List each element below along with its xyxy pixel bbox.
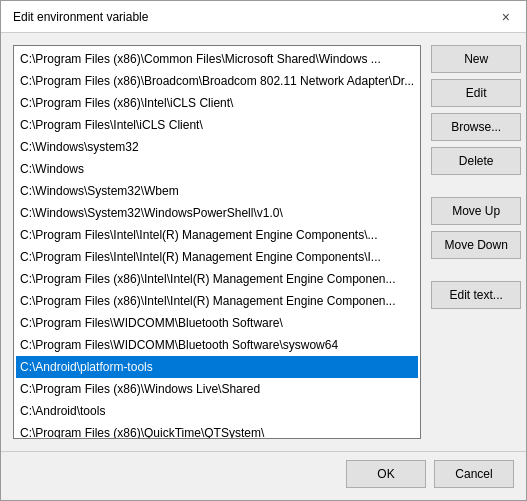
list-item[interactable]: C:\Android\platform-tools bbox=[16, 356, 418, 378]
list-item[interactable]: C:\Program Files\Intel\Intel(R) Manageme… bbox=[16, 246, 418, 268]
ok-button[interactable]: OK bbox=[346, 460, 426, 488]
list-item[interactable]: C:\Program Files\WIDCOMM\Bluetooth Softw… bbox=[16, 334, 418, 356]
list-item[interactable]: C:\Program Files\Intel\Intel(R) Manageme… bbox=[16, 224, 418, 246]
list-item[interactable]: C:\Program Files (x86)\Intel\iCLS Client… bbox=[16, 92, 418, 114]
list-item[interactable]: C:\Program Files (x86)\Intel\Intel(R) Ma… bbox=[16, 290, 418, 312]
dialog-body: C:\Program Files (x86)\Common Files\Micr… bbox=[1, 33, 526, 451]
cancel-button[interactable]: Cancel bbox=[434, 460, 514, 488]
title-bar: Edit environment variable × bbox=[1, 1, 526, 33]
list-item[interactable]: C:\Windows\system32 bbox=[16, 136, 418, 158]
list-item[interactable]: C:\Program Files (x86)\Intel\Intel(R) Ma… bbox=[16, 268, 418, 290]
edit-button[interactable]: Edit bbox=[431, 79, 521, 107]
list-item[interactable]: C:\Windows bbox=[16, 158, 418, 180]
dialog-title: Edit environment variable bbox=[13, 10, 148, 24]
buttons-panel: New Edit Browse... Delete Move Up Move D… bbox=[431, 45, 521, 439]
list-item[interactable]: C:\Program Files (x86)\Windows Live\Shar… bbox=[16, 378, 418, 400]
list-item[interactable]: C:\Program Files (x86)\Broadcom\Broadcom… bbox=[16, 70, 418, 92]
delete-button[interactable]: Delete bbox=[431, 147, 521, 175]
list-item[interactable]: C:\Program Files (x86)\Common Files\Micr… bbox=[16, 48, 418, 70]
dialog-footer: OK Cancel bbox=[1, 451, 526, 500]
list-item[interactable]: C:\Windows\System32\Wbem bbox=[16, 180, 418, 202]
list-item[interactable]: C:\Android\tools bbox=[16, 400, 418, 422]
move-down-button[interactable]: Move Down bbox=[431, 231, 521, 259]
list-item[interactable]: C:\Program Files\Intel\iCLS Client\ bbox=[16, 114, 418, 136]
close-button[interactable]: × bbox=[498, 10, 514, 24]
list-item[interactable]: C:\Windows\System32\WindowsPowerShell\v1… bbox=[16, 202, 418, 224]
edit-env-variable-dialog: Edit environment variable × C:\Program F… bbox=[0, 0, 527, 501]
list-item[interactable]: C:\Program Files\WIDCOMM\Bluetooth Softw… bbox=[16, 312, 418, 334]
list-item[interactable]: C:\Program Files (x86)\QuickTime\QTSyste… bbox=[16, 422, 418, 439]
path-list[interactable]: C:\Program Files (x86)\Common Files\Micr… bbox=[13, 45, 421, 439]
browse-button[interactable]: Browse... bbox=[431, 113, 521, 141]
edit-text-button[interactable]: Edit text... bbox=[431, 281, 521, 309]
new-button[interactable]: New bbox=[431, 45, 521, 73]
list-container: C:\Program Files (x86)\Common Files\Micr… bbox=[13, 45, 421, 439]
move-up-button[interactable]: Move Up bbox=[431, 197, 521, 225]
